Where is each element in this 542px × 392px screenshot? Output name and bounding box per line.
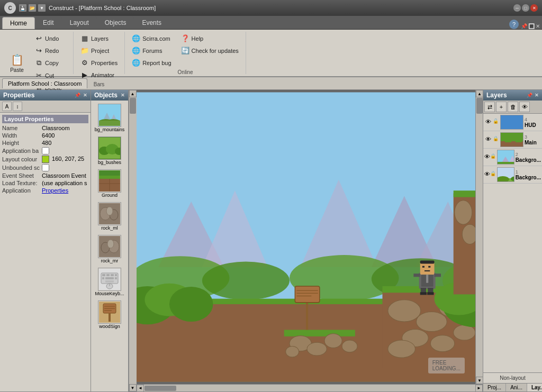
close-ribbon-icon[interactable]: ✕ [536, 23, 540, 29]
canvas-vtrack [476, 97, 483, 377]
canvas-area[interactable]: FREELOADING... [137, 90, 475, 384]
canvas-scroll-left[interactable]: ◄ [137, 385, 144, 392]
layers-eye-btn[interactable]: 👁 [519, 102, 530, 112]
tab-edit[interactable]: Edit [35, 16, 62, 29]
application-properties-link[interactable]: Properties [42, 187, 88, 194]
obj-thumb-rockmr [98, 235, 121, 258]
props-pin[interactable]: 📌 [75, 93, 80, 98]
updates-button[interactable]: 🔄 Check for updates [178, 45, 241, 56]
layer-lock-hud[interactable]: 🔓 [492, 118, 499, 126]
unbounded-checkbox[interactable] [42, 164, 49, 171]
game-scene-svg [137, 90, 475, 384]
minimize-button[interactable]: ─ [513, 4, 521, 12]
paste-button[interactable]: 📋 Paste [4, 48, 30, 78]
obj-scroll-up[interactable]: ▲ [129, 90, 137, 97]
props-section-layout[interactable]: Layout Properties [2, 115, 88, 123]
restore-icon[interactable]: 🔳 [528, 23, 535, 29]
obj-item-bgbushes[interactable]: bg_bushes [93, 135, 126, 166]
props-close[interactable]: ✕ [83, 93, 87, 98]
forums-button[interactable]: 🌐 Forums [129, 45, 174, 56]
layers-pin[interactable]: 📌 [527, 93, 532, 98]
tab-home[interactable]: Home [2, 17, 35, 29]
svg-rect-97 [427, 292, 433, 295]
appbg-checkbox[interactable] [42, 147, 49, 154]
scirra-button[interactable]: 🌐 Scirra.com [129, 33, 174, 44]
layer-lock-bg2[interactable]: 🔒 [490, 153, 496, 161]
redo-button[interactable]: ↪ Redo [32, 45, 69, 56]
obj-item-rockmr[interactable]: rock_mr [93, 234, 126, 265]
quick-open[interactable]: 📂 [29, 4, 36, 12]
layers-close[interactable]: ✕ [535, 93, 539, 98]
layers-add-btn[interactable]: + [496, 102, 507, 112]
svg-rect-86 [420, 260, 435, 263]
quick-save[interactable]: 💾 [19, 4, 26, 12]
svg-point-69 [388, 340, 415, 358]
layer-row-hud[interactable]: 👁 🔓 4 HUD [483, 114, 542, 131]
obj-item-rockml[interactable]: rock_ml [93, 201, 126, 232]
obj-item-woodsign[interactable]: woodSign [93, 299, 126, 330]
help-button[interactable]: ❓ Help [178, 33, 241, 44]
obj-scroll-down[interactable]: ▼ [129, 384, 137, 391]
obj-item-mousekeyb[interactable]: MouseKeyb... [93, 267, 126, 297]
report-button[interactable]: 🌐 Report bug [129, 57, 174, 68]
props-content: Layout Properties Name Classroom Width 6… [0, 113, 91, 197]
undo-button[interactable]: ↩ Undo [32, 33, 69, 44]
canvas-scroll-up[interactable]: ▲ [476, 90, 483, 97]
layer-eye-hud[interactable]: 👁 [484, 118, 492, 126]
canvas-hthumb[interactable] [144, 386, 176, 391]
svg-rect-55 [284, 330, 355, 336]
svg-rect-96 [420, 292, 427, 295]
maximize-button[interactable]: □ [522, 4, 529, 12]
props-sort-alpha[interactable]: A [2, 102, 12, 111]
project-button[interactable]: 📁 Project [78, 45, 120, 56]
obj-thumb-mousekeyb [98, 268, 121, 291]
bg1-thumb-svg [498, 168, 514, 182]
props-row-eventsheet: Event Sheet Classroom Event [2, 172, 88, 179]
canvas-scroll-down[interactable]: ▼ [476, 377, 483, 384]
canvas-vthumb[interactable] [476, 98, 483, 114]
copy-button[interactable]: ⧉ Copy [32, 57, 69, 69]
svg-rect-24 [106, 274, 110, 276]
layer-lock-main[interactable]: 🔒 [492, 136, 499, 143]
pbt-lay[interactable]: Lay... [527, 384, 542, 391]
layers-delete-btn[interactable]: 🗑 [508, 102, 518, 112]
layer-row-bg1[interactable]: 👁 🔒 1 Backgro... [483, 166, 542, 184]
pbt-proj[interactable]: Proj... [483, 384, 506, 391]
canvas-scroll-right[interactable]: ► [475, 385, 483, 392]
quick-arrow[interactable]: ▼ [38, 4, 46, 12]
layer-row-main[interactable]: 👁 🔒 3 Main [483, 131, 542, 149]
layer-eye-bg1[interactable]: 👁 [484, 171, 490, 178]
properties-button[interactable]: ⚙ Properties [78, 57, 120, 68]
svg-rect-89 [424, 270, 430, 271]
obj-scroll-thumb[interactable] [130, 98, 136, 114]
canvas-vscroll: ▲ ▼ [475, 90, 483, 384]
layer-eye-main[interactable]: 👁 [484, 136, 492, 143]
tab-events[interactable]: Events [134, 16, 169, 29]
svg-rect-88 [428, 266, 430, 268]
obj-label-ground: Ground [102, 193, 118, 198]
tab-layout[interactable]: Layout [62, 16, 97, 29]
obj-item-ground[interactable]: Ground [93, 168, 126, 199]
layers-button[interactable]: ▦ Layers [78, 33, 120, 44]
obj-item-bgmountains[interactable]: bg_mountains [93, 103, 126, 133]
props-row-appbg: Application ba [2, 147, 88, 154]
tab-objects[interactable]: Objects [97, 16, 134, 29]
color-swatch[interactable] [42, 156, 49, 163]
layers-switch-btn[interactable]: ⇄ [484, 102, 495, 112]
props-row-application: Application Properties [2, 187, 88, 194]
pin-icon[interactable]: 📌 [521, 23, 527, 29]
window-controls[interactable]: ─ □ ✕ [513, 4, 538, 12]
layer-eye-bg2[interactable]: 👁 [484, 153, 490, 161]
props-sort-order[interactable]: ↕ [13, 102, 22, 111]
properties-header: Properties 📌 ✕ [0, 90, 91, 101]
doc-tab-classroom[interactable]: Platform School : Classroom [2, 78, 87, 88]
svg-rect-76 [454, 190, 475, 197]
help-icon[interactable]: ? [509, 20, 519, 29]
report-icon: 🌐 [132, 59, 140, 67]
layer-lock-bg1[interactable]: 🔒 [490, 171, 496, 178]
pbt-ani[interactable]: Ani... [506, 384, 527, 391]
main-thumb-svg [501, 133, 523, 147]
close-button[interactable]: ✕ [530, 4, 538, 12]
layer-row-bg2[interactable]: 👁 🔒 2 Backgro... [483, 149, 542, 166]
objects-close[interactable]: ✕ [121, 93, 125, 98]
